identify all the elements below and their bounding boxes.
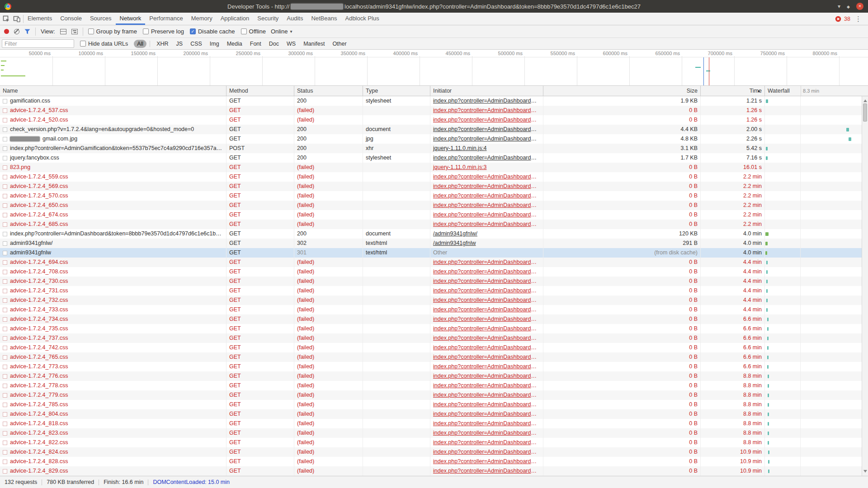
initiator-link[interactable]: index.php?controller=AdminDashboard&t… xyxy=(433,392,542,398)
network-request-row[interactable]: advice-1.7.2.4_804.cssGET(failed)index.p… xyxy=(0,409,868,419)
scrollbar-thumb[interactable] xyxy=(863,103,867,122)
tab-sources[interactable]: Sources xyxy=(86,13,116,25)
initiator-link[interactable]: index.php?controller=AdminDashboard&t… xyxy=(433,335,542,341)
tab-memory[interactable]: Memory xyxy=(187,13,217,25)
initiator-link[interactable]: index.php?controller=AdminDashboard&t… xyxy=(433,363,542,370)
checkbox-offline[interactable]: Offline xyxy=(241,28,266,35)
network-request-row[interactable]: advice-1.7.2.4_650.cssGET(failed)index.p… xyxy=(0,201,868,210)
throttling-select[interactable]: Online xyxy=(271,28,292,35)
network-request-row[interactable]: advice-1.7.2.4_734.cssGET(failed)index.p… xyxy=(0,314,868,324)
initiator-link[interactable]: index.php?controller=AdminDashboard&t… xyxy=(433,117,542,123)
network-request-row[interactable]: advice-1.7.2.4_537.cssGET(failed)index.p… xyxy=(0,106,868,115)
initiator-link[interactable]: /admin9341gfnlw/ xyxy=(433,230,477,237)
window-chevron-icon[interactable] xyxy=(838,3,840,10)
kebab-menu-icon[interactable]: ⋮ xyxy=(853,15,863,23)
network-request-row[interactable]: check_version.php?v=1.7.2.4&lang=en&auto… xyxy=(0,125,868,134)
column-header-time[interactable]: Time▲ xyxy=(700,86,764,96)
initiator-link[interactable]: index.php?controller=AdminDashboard&t… xyxy=(433,278,542,284)
initiator-link[interactable]: index.php?controller=AdminDashboard&t… xyxy=(433,259,542,265)
initiator-link[interactable]: index.php?controller=AdminDashboard&t… xyxy=(433,98,542,104)
initiator-link[interactable]: index.php?controller=AdminDashboard&t… xyxy=(433,306,542,313)
filter-pill-ws[interactable]: WS xyxy=(283,40,299,48)
column-header-type[interactable]: Type xyxy=(363,86,430,96)
network-request-row[interactable]: advice-1.7.2.4_569.cssGET(failed)index.p… xyxy=(0,182,868,191)
column-header-method[interactable]: Method xyxy=(226,86,294,96)
filter-pill-all[interactable]: All xyxy=(134,40,146,48)
network-request-row[interactable]: advice-1.7.2.4_776.cssGET(failed)index.p… xyxy=(0,371,868,381)
error-badge-icon[interactable] xyxy=(835,16,841,22)
network-request-row[interactable]: advice-1.7.2.4_765.cssGET(failed)index.p… xyxy=(0,352,868,362)
vertical-scrollbar[interactable] xyxy=(862,96,868,476)
show-overview-icon[interactable] xyxy=(71,29,78,34)
initiator-link[interactable]: index.php?controller=AdminDashboard&t… xyxy=(433,344,542,351)
network-request-row[interactable]: gmail.com.jpgGET200jpgindex.php?controll… xyxy=(0,134,868,144)
initiator-link[interactable]: index.php?controller=AdminDashboard&t… xyxy=(433,107,542,113)
network-request-row[interactable]: advice-1.7.2.4_694.cssGET(failed)index.p… xyxy=(0,258,868,267)
network-request-row[interactable]: advice-1.7.2.4_778.cssGET(failed)index.p… xyxy=(0,381,868,390)
checkbox-disable-cache[interactable]: Disable cache xyxy=(190,28,235,35)
initiator-link[interactable]: index.php?controller=AdminDashboard&t… xyxy=(433,401,542,408)
tab-elements[interactable]: Elements xyxy=(24,13,56,25)
network-request-row[interactable]: advice-1.7.2.4_823.cssGET(failed)index.p… xyxy=(0,428,868,438)
hide-data-urls-checkbox[interactable]: Hide data URLs xyxy=(80,41,128,47)
initiator-link[interactable]: index.php?controller=AdminDashboard&t… xyxy=(433,183,542,189)
initiator-link[interactable]: index.php?controller=AdminDashboard&t… xyxy=(433,192,542,199)
record-button-icon[interactable] xyxy=(4,29,9,34)
initiator-link[interactable]: index.php?controller=AdminDashboard&t… xyxy=(433,202,542,208)
initiator-link[interactable]: index.php?controller=AdminDashboard&t… xyxy=(433,155,542,161)
filter-pill-doc[interactable]: Doc xyxy=(266,40,282,48)
network-request-row[interactable]: jquery.fancybox.cssGET200stylesheetindex… xyxy=(0,153,868,163)
network-request-row[interactable]: advice-1.7.2.4_773.cssGET(failed)index.p… xyxy=(0,362,868,371)
initiator-link[interactable]: index.php?controller=AdminDashboard&t… xyxy=(433,316,542,322)
network-request-row[interactable]: admin9341gfnlw/GET302text/html/admin9341… xyxy=(0,239,868,248)
initiator-link[interactable]: index.php?controller=AdminDashboard&t… xyxy=(433,325,542,332)
network-request-row[interactable]: advice-1.7.2.4_685.cssGET(failed)index.p… xyxy=(0,220,868,229)
network-request-row[interactable]: advice-1.7.2.4_742.cssGET(failed)index.p… xyxy=(0,343,868,352)
initiator-link[interactable]: index.php?controller=AdminDashboard&t… xyxy=(433,211,542,218)
network-request-row[interactable]: advice-1.7.2.4_732.cssGET(failed)index.p… xyxy=(0,296,868,305)
initiator-link[interactable]: index.php?controller=AdminDashboard&t… xyxy=(433,354,542,360)
initiator-link[interactable]: jquery-1.11.0.min.js:3 xyxy=(433,164,487,170)
tab-audits[interactable]: Audits xyxy=(283,13,307,25)
initiator-link[interactable]: index.php?controller=AdminDashboard&t… xyxy=(433,221,542,227)
tab-performance[interactable]: Performance xyxy=(145,13,187,25)
network-request-row[interactable]: advice-1.7.2.4_570.cssGET(failed)index.p… xyxy=(0,191,868,201)
network-request-row[interactable]: advice-1.7.2.4_708.cssGET(failed)index.p… xyxy=(0,267,868,277)
timeline[interactable]: 50000 ms100000 ms150000 ms200000 ms25000… xyxy=(0,50,868,86)
column-header-waterfall[interactable]: Waterfall8.3 min xyxy=(764,86,868,96)
network-request-row[interactable]: advice-1.7.2.4_818.cssGET(failed)index.p… xyxy=(0,419,868,428)
window-close-icon[interactable] xyxy=(856,3,863,10)
initiator-link[interactable]: index.php?controller=AdminDashboard&t… xyxy=(433,382,542,389)
network-request-row[interactable]: advice-1.7.2.4_735.cssGET(failed)index.p… xyxy=(0,324,868,333)
initiator-link[interactable]: index.php?controller=AdminDashboard&t… xyxy=(433,373,542,379)
initiator-link[interactable]: index.php?controller=AdminDashboard&t… xyxy=(433,126,542,132)
filter-pill-other[interactable]: Other xyxy=(329,40,349,48)
filter-pill-css[interactable]: CSS xyxy=(187,40,205,48)
initiator-link[interactable]: index.php?controller=AdminDashboard&t… xyxy=(433,411,542,417)
network-request-row[interactable]: advice-1.7.2.4_674.cssGET(failed)index.p… xyxy=(0,210,868,220)
filter-pill-js[interactable]: JS xyxy=(173,40,186,48)
error-count[interactable]: 38 xyxy=(844,16,850,22)
network-request-row[interactable]: advice-1.7.2.4_520.cssGET(failed)index.p… xyxy=(0,115,868,125)
network-request-row[interactable]: advice-1.7.2.4_785.cssGET(failed)index.p… xyxy=(0,400,868,409)
network-request-row[interactable]: advice-1.7.2.4_779.cssGET(failed)index.p… xyxy=(0,390,868,400)
tab-netbeans[interactable]: NetBeans xyxy=(307,13,341,25)
network-request-row[interactable]: advice-1.7.2.4_731.cssGET(failed)index.p… xyxy=(0,286,868,296)
network-request-row[interactable]: advice-1.7.2.4_730.cssGET(failed)index.p… xyxy=(0,277,868,286)
network-request-row[interactable]: advice-1.7.2.4_828.cssGET(failed)index.p… xyxy=(0,457,868,466)
network-request-row[interactable]: advice-1.7.2.4_824.cssGET(failed)index.p… xyxy=(0,447,868,457)
filter-pill-manifest[interactable]: Manifest xyxy=(300,40,328,48)
network-request-row[interactable]: admin9341gfnlwGET301text/htmlOther(from … xyxy=(0,248,868,258)
network-request-row[interactable]: advice-1.7.2.4_822.cssGET(failed)index.p… xyxy=(0,438,868,447)
initiator-link[interactable]: index.php?controller=AdminDashboard&t… xyxy=(433,430,542,436)
initiator-link[interactable]: index.php?controller=AdminDashboard&t… xyxy=(433,174,542,180)
initiator-link[interactable]: jquery-1.11.0.min.js:4 xyxy=(433,145,487,151)
tab-application[interactable]: Application xyxy=(217,13,254,25)
initiator-link[interactable]: index.php?controller=AdminDashboard&t… xyxy=(433,420,542,427)
tab-security[interactable]: Security xyxy=(253,13,283,25)
device-toolbar-icon[interactable] xyxy=(13,15,20,22)
initiator-link[interactable]: index.php?controller=AdminDashboard&t… xyxy=(433,449,542,455)
checkbox-group-by-frame[interactable]: Group by frame xyxy=(88,28,137,35)
initiator-link[interactable]: index.php?controller=AdminDashboard&t… xyxy=(433,287,542,294)
network-request-row[interactable]: index.php?controller=AdminGamification&t… xyxy=(0,144,868,153)
